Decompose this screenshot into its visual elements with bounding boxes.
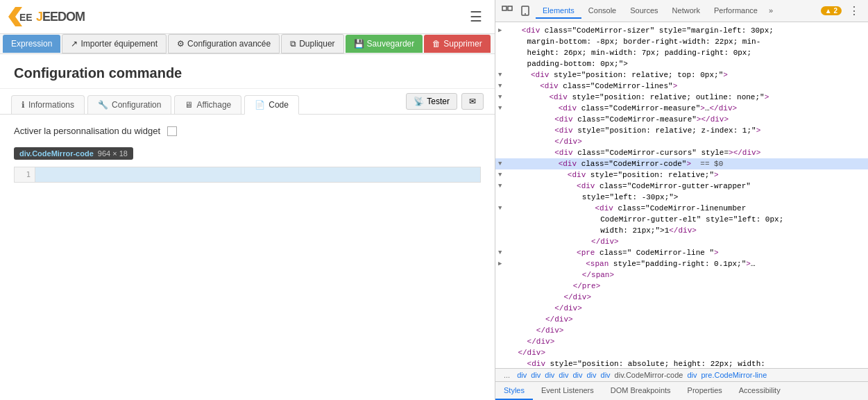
code-line-16[interactable]: ▼ <div class="CodeMirror-linenumber bbox=[495, 203, 868, 214]
tab-configuration[interactable]: 🔧 Configuration bbox=[87, 95, 171, 114]
devtools-tab-network[interactable]: Network bbox=[665, 3, 707, 19]
code-line-30[interactable]: <div style="position: absolute; height: … bbox=[495, 358, 868, 368]
devtools-tabs: Elements Console Sources Network Perform… bbox=[536, 3, 818, 19]
code-line-9[interactable]: <div style="position: relative; z-index:… bbox=[495, 125, 868, 136]
devtools-bottom-tab-event[interactable]: Event Listeners bbox=[533, 382, 602, 400]
code-line-8[interactable]: <div class="CodeMirror-measure"></div> bbox=[495, 114, 868, 125]
breadcrumb-div-6[interactable]: div bbox=[586, 371, 596, 379]
tab-dupliquer[interactable]: ⧉ Dupliquer bbox=[281, 34, 343, 53]
widget-checkbox[interactable] bbox=[167, 126, 177, 136]
tab-expression[interactable]: Expression bbox=[3, 35, 60, 53]
devtools-bottom-tab-styles[interactable]: Styles bbox=[495, 382, 533, 400]
logo-j: J bbox=[36, 10, 42, 24]
informations-icon: ℹ bbox=[22, 100, 25, 110]
devtools-bottom-tabs: Styles Event Listeners DOM Breakpoints P… bbox=[495, 381, 868, 400]
svg-text:EE: EE bbox=[19, 12, 32, 23]
config-avancee-icon: ⚙ bbox=[177, 39, 185, 49]
code-line-10[interactable]: </div> bbox=[495, 136, 868, 147]
code-line-5[interactable]: ▼ <div class="CodeMirror-lines"> bbox=[495, 81, 868, 92]
code-line-26[interactable]: </div> bbox=[495, 314, 868, 325]
devtools-bottom-tab-accessibility[interactable]: Accessibility bbox=[731, 382, 789, 400]
code-line-17[interactable]: CodeMirror-gutter-elt" style="left: 0px; bbox=[495, 214, 868, 225]
code-line-4[interactable]: ▼ <div style="position: relative; top: 0… bbox=[495, 69, 868, 81]
devtools-tab-elements[interactable]: Elements bbox=[536, 3, 581, 19]
code-line-14[interactable]: ▼ <div class="CodeMirror-gutter-wrapper" bbox=[495, 181, 868, 192]
devtools-tab-sources[interactable]: Sources bbox=[623, 3, 665, 19]
devtools-bottom-tab-dom[interactable]: DOM Breakpoints bbox=[602, 382, 679, 400]
tester-button[interactable]: 📡 Tester bbox=[406, 93, 457, 110]
tab-importer[interactable]: ↗ Importer équipement bbox=[62, 34, 167, 53]
code-line-24[interactable]: </div> bbox=[495, 292, 868, 303]
informations-label: Informations bbox=[28, 100, 74, 110]
code-line-19[interactable]: </div> bbox=[495, 236, 868, 247]
tab-sauvegarder[interactable]: 💾 Sauvegarder bbox=[346, 35, 423, 53]
code-line-11[interactable]: <div class="CodeMirror-cursors" style=><… bbox=[495, 147, 868, 158]
code-line-28[interactable]: </div> bbox=[495, 336, 868, 347]
code-icon: 📄 bbox=[255, 100, 265, 110]
code-line-2[interactable]: height: 26px; min-width: 7px; padding-ri… bbox=[495, 47, 868, 58]
breadcrumb-dots: ... bbox=[504, 371, 510, 379]
breadcrumb-div-2[interactable]: div bbox=[531, 371, 541, 379]
code-line-20[interactable]: ▼ <pre class=" CodeMirror-line "> bbox=[495, 247, 868, 258]
devtools-bottom-tab-properties[interactable]: Properties bbox=[679, 382, 731, 400]
tooltip-tag: div.CodeMirror-code bbox=[19, 149, 94, 158]
tab-affichage[interactable]: 🖥 Affichage bbox=[174, 95, 241, 114]
breadcrumb-div-inner[interactable]: div bbox=[687, 371, 697, 379]
content-area: Activer la personnalisation du widget Da… bbox=[0, 115, 495, 400]
code-line-25[interactable]: </div> bbox=[495, 303, 868, 314]
breadcrumb-codemirror-code[interactable]: div.CodeMirror-code bbox=[615, 371, 683, 379]
devtools-tab-console[interactable]: Console bbox=[581, 3, 623, 19]
tab-informations[interactable]: ℹ Informations bbox=[11, 95, 85, 114]
svg-rect-2 bbox=[502, 6, 507, 10]
breadcrumb-div-1[interactable]: div bbox=[517, 371, 527, 379]
widget-row: Activer la personnalisation du widget bbox=[14, 126, 481, 136]
device-icon[interactable] bbox=[518, 3, 533, 19]
code-editor-wrapper: div.CodeMirror-code 964 × 18 1 bbox=[14, 167, 481, 183]
extra-button[interactable]: ✉ bbox=[461, 93, 484, 110]
code-line-22[interactable]: </span> bbox=[495, 269, 868, 281]
code-line-18[interactable]: width: 21px;">1</div> bbox=[495, 225, 868, 236]
page-title: Configuration commande bbox=[0, 54, 495, 89]
config-avancee-label: Configuration avancée bbox=[187, 39, 271, 49]
breadcrumb-div-3[interactable]: div bbox=[545, 371, 554, 379]
line-number: 1 bbox=[15, 167, 35, 182]
importer-label: Importer équipement bbox=[80, 39, 158, 49]
code-line-12[interactable]: ▼ <div class="CodeMirror-code"> == $0 bbox=[495, 158, 868, 169]
code-line-27[interactable]: </div> bbox=[495, 325, 868, 336]
left-panel: EE JEEDOM ☰ Expression ↗ Importer équipe… bbox=[0, 0, 495, 400]
action-buttons: 📡 Tester ✉ bbox=[395, 89, 495, 114]
supprimer-label: Supprimer bbox=[443, 39, 482, 49]
importer-icon: ↗ bbox=[71, 39, 78, 49]
code-line-3[interactable]: padding-bottom: 0px;"> bbox=[495, 58, 868, 69]
breadcrumb-div-5[interactable]: div bbox=[572, 371, 582, 379]
inspect-icon[interactable] bbox=[500, 3, 515, 19]
devtools-tab-performance[interactable]: Performance bbox=[707, 3, 765, 19]
tab-config-avancee[interactable]: ⚙ Configuration avancée bbox=[168, 34, 280, 53]
dupliquer-label: Dupliquer bbox=[299, 39, 334, 49]
dupliquer-icon: ⧉ bbox=[290, 39, 296, 49]
breadcrumb-pre[interactable]: pre.CodeMirror-line bbox=[701, 371, 767, 379]
devtools-more[interactable]: » bbox=[765, 3, 777, 19]
hamburger-menu[interactable]: ☰ bbox=[464, 6, 488, 28]
tooltip-size: 964 × 18 bbox=[98, 149, 128, 158]
code-content[interactable] bbox=[35, 167, 480, 182]
code-editor-area[interactable]: 1 bbox=[14, 167, 481, 183]
code-line-13[interactable]: ▼ <div style="position: relative;"> bbox=[495, 169, 868, 181]
devtools-bottombar: ... div div div div div div div div.Code… bbox=[495, 368, 868, 381]
devtools-topbar: Elements Console Sources Network Perform… bbox=[495, 0, 868, 22]
breadcrumb-div-7[interactable]: div bbox=[601, 371, 611, 379]
devtools-menu-btn[interactable]: ⋮ bbox=[844, 1, 864, 20]
inner-tabs: ℹ Informations 🔧 Configuration 🖥 Afficha… bbox=[0, 90, 395, 114]
code-line-15[interactable]: style="left: -30px;"> bbox=[495, 192, 868, 203]
tab-supprimer[interactable]: 🗑 Supprimer bbox=[424, 35, 490, 53]
code-line-7[interactable]: ▼ <div class="CodeMirror-measure">…</div… bbox=[495, 103, 868, 114]
code-line-1[interactable]: margin-bottom: -8px; border-right-width:… bbox=[495, 36, 868, 47]
code-line-23[interactable]: </pre> bbox=[495, 281, 868, 292]
code-line-21[interactable]: ▶ <span style="padding-right: 0.1px;">… bbox=[495, 258, 868, 269]
breadcrumb-div-4[interactable]: div bbox=[559, 371, 568, 379]
code-line-6[interactable]: ▼ <div style="position: relative; outlin… bbox=[495, 92, 868, 103]
code-line-0[interactable]: ▶ <div class="CodeMirror-sizer" style="m… bbox=[495, 25, 868, 36]
tab-code[interactable]: 📄 Code bbox=[244, 95, 299, 115]
logo-eedom: EEDOM bbox=[42, 10, 85, 24]
code-line-29[interactable]: </div> bbox=[495, 347, 868, 358]
